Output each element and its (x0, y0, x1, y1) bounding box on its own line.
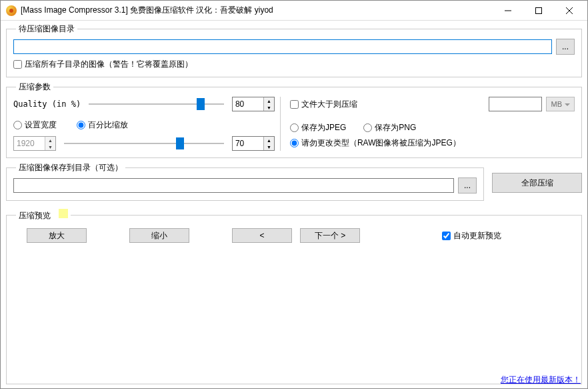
quality-slider[interactable] (89, 97, 224, 111)
source-legend: 待压缩图像目录 (16, 23, 77, 35)
window-title: [Mass Image Compressor 3.1] 免费图像压缩软件 汉化：… (21, 5, 493, 16)
scale-spinner[interactable]: ▲▼ (232, 136, 275, 151)
zoom-out-button[interactable]: 缩小 (129, 228, 189, 243)
output-fieldset: 压缩图像保存到目录（可选） ... (6, 162, 484, 201)
window-controls (493, 1, 585, 21)
recurse-checkbox[interactable] (13, 60, 22, 69)
scale-slider[interactable] (64, 136, 224, 151)
minimize-button[interactable] (493, 1, 523, 21)
save-jpeg-radio-label[interactable]: 保存为JPEG (290, 122, 346, 133)
prev-image-button[interactable]: < (232, 228, 292, 243)
auto-preview-checkbox[interactable] (442, 232, 451, 240)
maximize-button[interactable] (523, 1, 554, 21)
source-path-input[interactable] (13, 39, 552, 54)
recurse-checkbox-label[interactable]: 压缩所有子目录的图像（警告！它将覆盖原图） (13, 59, 193, 70)
params-fieldset: 压缩参数 Quality (in %) ▲▼ (6, 81, 582, 158)
output-browse-button[interactable]: ... (458, 177, 477, 193)
width-radio-text: 设置宽度 (25, 119, 57, 131)
svg-rect-1 (536, 7, 542, 13)
size-gate-value-input (489, 97, 542, 111)
source-fieldset: 待压缩图像目录 ... 压缩所有子目录的图像（警告！它将覆盖原图） (6, 23, 582, 77)
scale-radio[interactable] (77, 121, 85, 129)
compress-all-button[interactable]: 全部压缩 (492, 173, 582, 193)
size-gate-text: 文件大于则压缩 (301, 99, 357, 110)
quality-spinner[interactable]: ▲▼ (232, 97, 275, 111)
save-png-radio-label[interactable]: 保存为PNG (363, 122, 416, 133)
width-value-input[interactable] (14, 137, 45, 150)
width-spinner[interactable]: ▲▼ (13, 136, 56, 151)
save-jpeg-radio[interactable] (290, 123, 299, 132)
app-window: [Mass Image Compressor 3.1] 免费图像压缩软件 汉化：… (0, 0, 588, 389)
scale-value-input[interactable] (233, 137, 263, 150)
output-path-input[interactable] (13, 178, 454, 193)
width-down[interactable]: ▼ (45, 143, 55, 150)
save-jpeg-text: 保存为JPEG (301, 122, 346, 133)
width-radio-label[interactable]: 设置宽度 (13, 119, 57, 131)
recurse-text: 压缩所有子目录的图像（警告！它将覆盖原图） (25, 59, 193, 70)
width-up[interactable]: ▲ (45, 137, 55, 143)
app-icon (6, 5, 17, 16)
params-legend: 压缩参数 (16, 81, 53, 93)
quality-value-input[interactable] (233, 97, 263, 111)
save-png-radio[interactable] (363, 123, 372, 132)
quality-down[interactable]: ▼ (264, 104, 274, 111)
size-gate-checkbox[interactable] (290, 100, 299, 109)
close-button[interactable] (554, 1, 585, 21)
preview-fieldset: 压缩预览 放大 缩小 < 下一个 > 自动更新预览 (6, 209, 582, 384)
preview-legend: 压缩预览 (16, 209, 71, 222)
save-keep-text: 请勿更改类型（RAW图像将被压缩为JPEG） (301, 137, 461, 149)
save-keep-radio-label[interactable]: 请勿更改类型（RAW图像将被压缩为JPEG） (290, 137, 461, 149)
save-keep-radio[interactable] (290, 139, 299, 147)
scale-radio-label[interactable]: 百分比缩放 (77, 119, 128, 131)
save-png-text: 保存为PNG (375, 122, 416, 133)
cursor-artifact (59, 209, 68, 218)
scale-radio-text: 百分比缩放 (88, 119, 128, 131)
width-radio[interactable] (13, 121, 22, 129)
auto-preview-checkbox-label[interactable]: 自动更新预览 (442, 230, 561, 242)
quality-up[interactable]: ▲ (264, 97, 274, 104)
output-legend: 压缩图像保存到目录（可选） (16, 162, 125, 173)
quality-label: Quality (in %) (13, 99, 81, 109)
client-area: 待压缩图像目录 ... 压缩所有子目录的图像（警告！它将覆盖原图） 压缩参数 Q… (1, 21, 587, 388)
source-browse-button[interactable]: ... (556, 39, 575, 55)
size-gate-checkbox-label[interactable]: 文件大于则压缩 (290, 99, 357, 110)
zoom-in-button[interactable]: 放大 (27, 228, 87, 243)
next-image-button[interactable]: 下一个 > (300, 228, 360, 243)
auto-preview-text: 自动更新预览 (453, 230, 501, 242)
version-link[interactable]: 您正在使用最新版本！ (501, 374, 581, 386)
size-unit-select: MB (546, 97, 575, 111)
scale-down[interactable]: ▼ (264, 143, 274, 150)
preview-canvas (13, 247, 575, 377)
scale-up[interactable]: ▲ (264, 137, 274, 143)
titlebar: [Mass Image Compressor 3.1] 免费图像压缩软件 汉化：… (1, 1, 587, 21)
